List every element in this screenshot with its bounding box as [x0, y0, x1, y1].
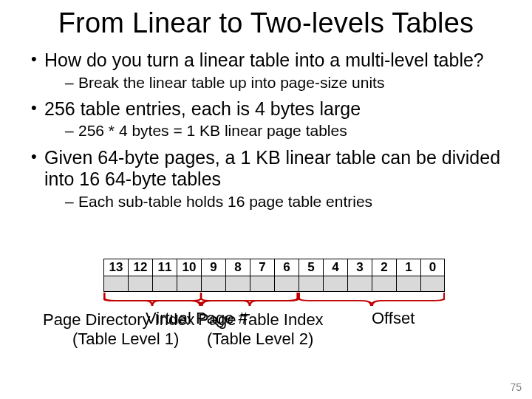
- bullet-3: Given 64-byte pages, a 1 KB linear table…: [31, 147, 511, 211]
- bit-cell: 2: [372, 259, 396, 292]
- bullet-1: How do you turn a linear table into a mu…: [31, 50, 511, 92]
- bit-fill: [396, 276, 420, 292]
- bit-cell: 10: [177, 259, 201, 292]
- bit-fill: [152, 276, 177, 292]
- bit-number: 0: [420, 259, 445, 276]
- label-table-level-2: (Table Level 2): [207, 330, 313, 348]
- bit-number: 5: [299, 259, 323, 276]
- page-number: 75: [510, 381, 522, 393]
- bit-cell: 11: [152, 259, 177, 292]
- bit-number: 1: [396, 259, 420, 276]
- bit-cell: 6: [274, 259, 299, 292]
- bit-number: 8: [225, 259, 250, 276]
- bullet-2: 256 table entries, each is 4 bytes large…: [31, 98, 511, 141]
- bit-cell: 1: [396, 259, 420, 292]
- bit-number: 12: [128, 259, 152, 276]
- bracket-offset: [299, 293, 445, 306]
- bit-fill: [323, 276, 347, 292]
- bit-number: 3: [347, 259, 372, 276]
- bit-fill: [128, 276, 152, 292]
- label-offset: Offset: [372, 309, 415, 327]
- bullet-3-text: Given 64-byte pages, a 1 KB linear table…: [44, 147, 500, 190]
- bullet-1-sub-1: Break the linear table up into page-size…: [65, 73, 511, 92]
- slide-title: From Linear to Two-levels Tables: [0, 0, 532, 39]
- bit-number: 7: [250, 259, 274, 276]
- label-table-level-1: (Table Level 1): [72, 330, 179, 348]
- bit-number: 9: [201, 259, 225, 276]
- bit-cell: 13: [103, 259, 128, 292]
- bit-fill: [372, 276, 396, 292]
- bit-fill: [420, 276, 445, 292]
- bit-fill: [299, 276, 323, 292]
- bit-number: 4: [323, 259, 347, 276]
- bullet-3-sub-1: Each sub-table holds 16 page table entri…: [65, 192, 511, 211]
- bit-cell: 9: [201, 259, 225, 292]
- bit-diagram: 131211109876543210: [103, 259, 445, 292]
- bit-cell: 3: [347, 259, 372, 292]
- bit-cell: 4: [323, 259, 347, 292]
- bullet-2-text: 256 table entries, each is 4 bytes large: [44, 98, 361, 119]
- bit-cell: 8: [225, 259, 250, 292]
- bit-fill: [274, 276, 299, 292]
- bit-number: 13: [103, 259, 128, 276]
- bit-number: 11: [152, 259, 177, 276]
- bit-fill: [225, 276, 250, 292]
- bit-cell: 0: [420, 259, 445, 292]
- bullet-list: How do you turn a linear table into a mu…: [0, 50, 532, 211]
- slide: From Linear to Two-levels Tables How do …: [0, 0, 532, 399]
- bit-fill: [347, 276, 372, 292]
- bullet-1-text: How do you turn a linear table into a mu…: [44, 50, 484, 70]
- bullet-2-sub-1: 256 * 4 bytes = 1 KB linear page tables: [65, 121, 511, 140]
- bit-number: 6: [274, 259, 299, 276]
- bit-fill: [201, 276, 225, 292]
- bit-cell: 12: [128, 259, 152, 292]
- label-page-table-index: Page Table Index: [198, 310, 324, 329]
- bit-fill: [250, 276, 274, 292]
- bit-fill: [177, 276, 201, 292]
- bit-fill: [103, 276, 128, 292]
- bit-cell: 5: [299, 259, 323, 292]
- bit-cell: 7: [250, 259, 274, 292]
- bit-number: 2: [372, 259, 396, 276]
- bracket-page-table: [201, 293, 299, 306]
- bit-number: 10: [177, 259, 201, 276]
